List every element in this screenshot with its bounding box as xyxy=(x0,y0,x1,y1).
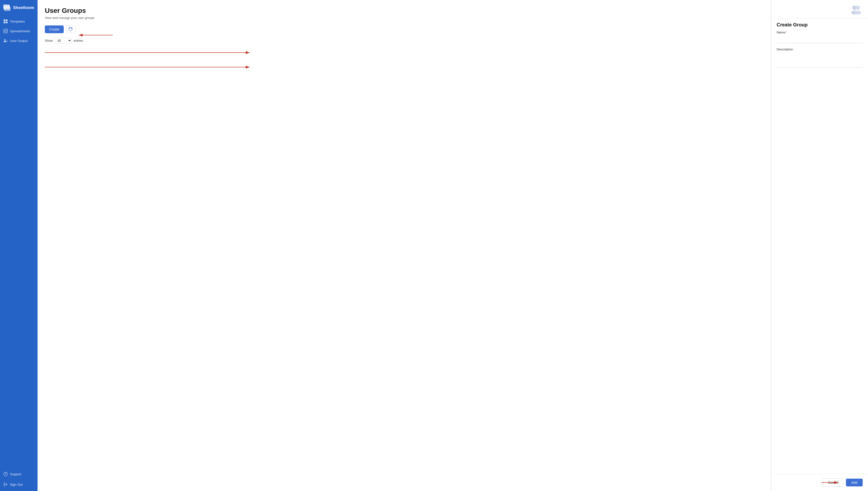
name-input[interactable] xyxy=(777,36,863,43)
page-subtitle: View and manage your user groups xyxy=(45,16,764,20)
svg-rect-7 xyxy=(6,19,7,21)
add-button[interactable]: Add xyxy=(846,479,863,486)
signout-label: Sign Out xyxy=(10,483,23,486)
show-label: Show xyxy=(45,39,53,42)
svg-rect-10 xyxy=(4,29,7,33)
svg-point-15 xyxy=(4,39,6,40)
svg-rect-6 xyxy=(4,19,5,21)
annotation-arrow-4 xyxy=(821,480,841,485)
svg-rect-2 xyxy=(3,5,9,9)
description-input[interactable] xyxy=(777,53,863,68)
sidebar-support-label: Support xyxy=(10,472,21,476)
refresh-icon xyxy=(69,27,73,31)
sidebar: Sheetloom Templates Spreadsheets xyxy=(0,0,37,491)
name-field: Name* xyxy=(777,31,863,43)
templates-icon xyxy=(3,19,8,24)
sheetloom-logo-icon xyxy=(3,4,11,11)
users-avatar xyxy=(850,4,863,16)
main-area: User Groups View and manage your user gr… xyxy=(37,0,868,491)
entries-select[interactable]: 10 25 50 100 xyxy=(55,37,72,44)
sidebar-bottom: Sign Out xyxy=(0,479,37,491)
sidebar-logo-label: Sheetloom xyxy=(13,5,34,10)
right-panel: Create Group Name* Description Cancel xyxy=(771,0,868,491)
name-label: Name* xyxy=(777,31,863,34)
sidebar-item-spreadsheets-label: Spreadsheets xyxy=(10,29,30,33)
page-title: User Groups xyxy=(45,7,764,15)
svg-point-29 xyxy=(856,6,860,10)
sidebar-item-templates-label: Templates xyxy=(10,20,25,23)
description-field: Description xyxy=(777,48,863,69)
annotation-arrow-2 xyxy=(45,49,253,56)
refresh-button[interactable] xyxy=(66,26,76,33)
support-icon xyxy=(3,472,8,476)
entries-label: entries xyxy=(74,39,83,42)
users-avatar-icon xyxy=(850,4,863,15)
spreadsheets-icon xyxy=(3,29,8,33)
svg-point-30 xyxy=(855,11,861,15)
signout-icon xyxy=(3,482,8,487)
right-panel-title: Create Group xyxy=(771,18,868,31)
toolbar: Create xyxy=(45,25,764,33)
main-content: User Groups View and manage your user gr… xyxy=(37,0,868,491)
create-button[interactable]: Create xyxy=(45,25,64,33)
sidebar-item-user-output[interactable]: User Output xyxy=(0,36,37,46)
right-panel-form: Name* Description xyxy=(771,31,868,474)
user-output-icon xyxy=(3,38,8,43)
page-content: User Groups View and manage your user gr… xyxy=(37,0,771,491)
svg-rect-9 xyxy=(6,22,7,23)
toolbar-wrapper: Create xyxy=(45,25,764,33)
sidebar-item-user-output-label: User Output xyxy=(10,39,28,42)
sidebar-item-templates[interactable]: Templates xyxy=(0,17,37,26)
show-entries: Show 10 25 50 100 entries xyxy=(45,37,764,44)
annotation-arrow-3 xyxy=(45,63,253,71)
signout-button[interactable]: Sign Out xyxy=(3,482,34,487)
svg-point-20 xyxy=(5,475,6,475)
required-star: * xyxy=(786,31,787,34)
arrows-area xyxy=(45,47,764,76)
right-panel-header xyxy=(771,0,868,18)
description-label: Description xyxy=(777,48,863,51)
sidebar-nav: Templates Spreadsheets User Output xyxy=(0,16,37,479)
add-button-wrapper: Add xyxy=(846,479,863,486)
svg-rect-8 xyxy=(4,22,5,23)
sidebar-logo[interactable]: Sheetloom xyxy=(0,0,37,16)
sidebar-item-spreadsheets[interactable]: Spreadsheets xyxy=(0,26,37,36)
sidebar-item-support[interactable]: Support xyxy=(0,469,37,479)
right-panel-footer: Cancel Add xyxy=(771,474,868,491)
